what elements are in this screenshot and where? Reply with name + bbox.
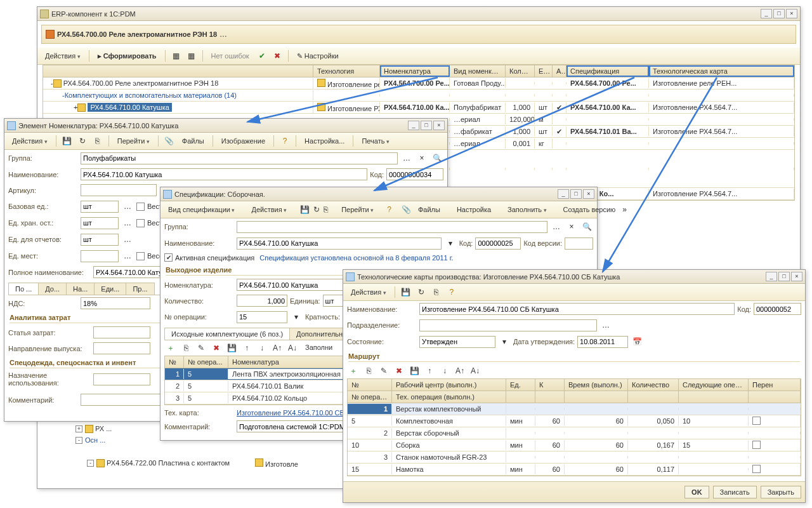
ok-icon[interactable]: ✔ (256, 50, 268, 62)
sort-asc-icon[interactable]: A↑ (454, 364, 466, 377)
gh[interactable]: К (535, 379, 565, 391)
sort-desc-icon[interactable]: A↓ (469, 364, 481, 377)
gh-vid[interactable]: Вид номенклат... (450, 65, 506, 77)
magnifier-icon[interactable]: 🔍 (431, 152, 443, 164)
attach-icon[interactable]: 📎 (163, 135, 176, 147)
tree-toggle[interactable]: + (75, 425, 82, 432)
down-icon[interactable]: ↓ (438, 364, 451, 377)
naz-field[interactable] (93, 373, 150, 385)
tab-2[interactable]: До... (38, 283, 67, 295)
name-field[interactable] (237, 237, 442, 250)
codever-field[interactable] (565, 237, 593, 250)
calendar-icon[interactable]: 📅 (631, 335, 643, 348)
rep-field[interactable] (81, 234, 119, 246)
save-icon[interactable]: 💾 (299, 203, 310, 216)
stat-field[interactable] (93, 326, 150, 338)
min-button[interactable]: _ (408, 121, 419, 130)
min-button[interactable]: _ (761, 9, 772, 18)
close-button[interactable]: × (786, 9, 797, 18)
edit-icon[interactable]: ✎ (195, 342, 207, 354)
files-button[interactable]: Файлы (414, 204, 444, 215)
op-field[interactable] (237, 311, 287, 323)
save-icon[interactable]: 💾 (61, 135, 74, 147)
tab-1[interactable]: По ... (8, 283, 39, 295)
pick-button[interactable]: … (599, 319, 612, 331)
close-button[interactable]: Закрыть (761, 486, 801, 498)
gh-tk[interactable]: Технологическая карта (649, 65, 794, 77)
art-field[interactable] (81, 184, 157, 196)
refresh-icon[interactable]: ↻ (415, 286, 428, 298)
edit-icon[interactable]: ✎ (377, 364, 390, 377)
gh[interactable]: Следующие опер... (679, 379, 749, 391)
gh[interactable]: № (348, 379, 392, 391)
nds-field[interactable] (81, 297, 150, 309)
table-row[interactable]: - Комплектующих и вспомогательных матери… (43, 90, 794, 102)
tab-5[interactable]: Пр... (126, 283, 154, 295)
gh-qty[interactable]: Колич... (506, 65, 535, 77)
qty-field[interactable] (237, 295, 287, 307)
clear-button[interactable]: × (416, 152, 428, 164)
add-icon[interactable]: ＋ (164, 342, 177, 354)
min-button[interactable]: _ (558, 189, 569, 199)
gh-nom[interactable]: Номенклатура (380, 65, 450, 77)
help-icon[interactable]: ? (386, 203, 392, 216)
err-icon[interactable]: ✖ (271, 50, 284, 62)
form-button[interactable]: ▸ Сформировать (94, 50, 160, 62)
pick-button[interactable]: … (121, 217, 134, 229)
tab-4[interactable]: Еди... (94, 283, 126, 295)
spec-titlebar[interactable]: Спецификации: Сборочная. _ □ × (160, 187, 597, 201)
place-field[interactable] (81, 250, 119, 262)
pick-button[interactable]: … (121, 250, 134, 262)
fill-menu[interactable]: Заполнить (504, 204, 551, 215)
max-button[interactable]: □ (570, 189, 582, 199)
save-button[interactable]: Записать (713, 486, 757, 498)
dd-button[interactable]: ▾ (444, 237, 457, 250)
gh[interactable]: Перен (749, 379, 801, 391)
gh[interactable]: Ед. (506, 379, 535, 391)
up-icon[interactable]: ↑ (423, 364, 436, 377)
date-field[interactable] (577, 336, 628, 348)
print-menu[interactable]: Печать (358, 135, 393, 147)
table-row[interactable]: 2Верстак сборочный (348, 427, 801, 439)
tab-extra[interactable]: Дополнительн (289, 328, 350, 340)
dd-button[interactable]: ▾ (498, 335, 511, 348)
checkbox[interactable] (752, 465, 761, 473)
img-button[interactable]: Изображение (218, 135, 269, 147)
gh[interactable]: № операции (348, 391, 392, 403)
checkbox[interactable] (752, 441, 761, 449)
checkbox[interactable] (752, 417, 761, 425)
down-icon[interactable]: ↓ (256, 342, 268, 354)
code-field[interactable] (475, 237, 521, 250)
table-row[interactable]: 5Комплектовочнаямин60600,05010 (348, 415, 801, 427)
checkbox[interactable] (136, 219, 145, 227)
tb-icon-1[interactable]: ▦ (170, 50, 183, 62)
settings-button[interactable]: Настройка (453, 204, 495, 215)
gh[interactable]: Время (выполн.) (565, 379, 628, 391)
tk-titlebar[interactable]: Технологические карты производства: Изго… (343, 270, 805, 284)
name-field[interactable] (419, 303, 735, 315)
files-button[interactable]: Файлы (178, 135, 208, 147)
max-button[interactable]: □ (778, 272, 790, 281)
pick-button[interactable]: … (550, 220, 563, 233)
more-icon[interactable]: » (622, 203, 627, 216)
sort-desc-icon[interactable]: A↓ (286, 342, 299, 354)
go-menu[interactable]: Перейти (337, 204, 377, 215)
code-field[interactable] (386, 168, 443, 180)
max-button[interactable]: □ (421, 121, 432, 130)
gh-ed[interactable]: Ед... (535, 65, 553, 77)
store-field[interactable] (81, 217, 119, 229)
attach-icon[interactable]: 📎 (401, 203, 412, 216)
help-icon[interactable]: ? (278, 135, 291, 147)
tab-components[interactable]: Исходные комплектующие (6 поз.) (164, 328, 290, 340)
magnifier-icon[interactable]: 🔍 (580, 220, 593, 233)
checkbox[interactable] (136, 252, 145, 260)
gh[interactable]: № опера... (184, 356, 228, 368)
close-button[interactable]: × (583, 189, 594, 199)
dir-field[interactable] (93, 342, 150, 354)
up-icon[interactable]: ↑ (240, 342, 253, 354)
gh-tech[interactable]: Технология (313, 65, 380, 77)
refresh-icon[interactable]: ↻ (76, 135, 89, 147)
tab-3[interactable]: На... (66, 283, 95, 295)
gh[interactable]: Тех. операция (выполн.) (392, 391, 506, 403)
add-icon[interactable]: ＋ (347, 364, 360, 377)
